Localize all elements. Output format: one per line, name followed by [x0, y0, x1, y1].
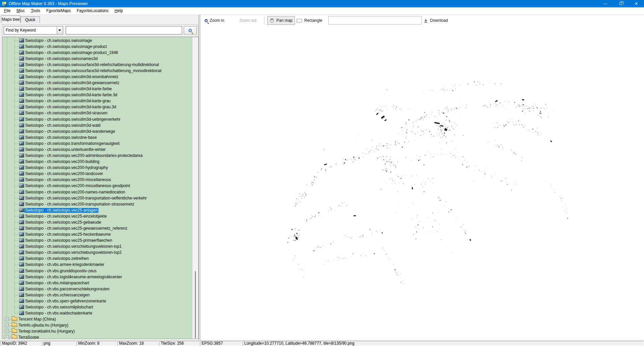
tree-item[interactable]: Swisstopo - ch.vbs.waldschadenkarte: [2, 310, 190, 316]
download-label: Download: [430, 18, 448, 23]
pan-map-button[interactable]: Pan map: [267, 16, 295, 25]
keyword-input[interactable]: [66, 26, 182, 35]
tree-item[interactable]: Swisstopo - ch.vbs.panzerverschiebungsro…: [2, 286, 190, 292]
tree-item[interactable]: Swisstopo - ch.swisstopo.vec25-gebaeude: [2, 219, 190, 225]
tree-item[interactable]: Swisstopo - ch.swisstopo.vec200-transpor…: [2, 195, 190, 201]
tree-item[interactable]: Swisstopo - ch.swisstopo.verschiebungsve…: [2, 249, 190, 255]
tree-connector: [15, 240, 19, 241]
expand-plus-icon[interactable]: +: [5, 323, 9, 327]
tab-quick-goto[interactable]: Quick goto: [20, 16, 40, 23]
tree-item[interactable]: Swisstopo - ch.swisstopo.vec200-building: [2, 159, 190, 165]
tree-item[interactable]: Swisstopo - ch.swisstopo.swisssurface3d-…: [2, 62, 190, 68]
tree-item[interactable]: Swisstopo - ch.swisstopo.vec200-miscella…: [2, 183, 190, 189]
folder-icon: [12, 323, 17, 327]
tree-item[interactable]: Swisstopo - ch.swisstopo.swisstne-base: [2, 134, 190, 140]
tree-item[interactable]: Swisstopo - ch.swisstopo.swissnames3d: [2, 56, 190, 62]
tree-item[interactable]: Swisstopo - ch.swisstopo.vec200-hydrogra…: [2, 165, 190, 171]
close-icon: ✕: [635, 2, 638, 6]
search-button[interactable]: [184, 26, 197, 35]
tree-connector: [15, 125, 19, 126]
tree-item[interactable]: Swisstopo - ch.swisstopo.transformations…: [2, 140, 190, 147]
tree-item[interactable]: Swisstopo - ch.swisstopo.vec25-primaerfl…: [2, 237, 190, 243]
rectangle-button[interactable]: Rectangle: [297, 16, 322, 25]
tree-item-label: Swisstopo - ch.swisstopo.swissimage-prod…: [24, 44, 108, 49]
tree-item[interactable]: Swisstopo - ch.vbs.armee-kriegsdenkmaele…: [2, 262, 190, 268]
tree-root-folder[interactable]: +TerraScope: [2, 334, 190, 339]
tree-item[interactable]: Swisstopo - ch.swisstopo.verschiebungsve…: [2, 243, 190, 249]
map-layer-icon: [19, 183, 24, 188]
status-panel: MinZoom: 8: [76, 341, 117, 346]
tree-item[interactable]: Swisstopo - ch.swisstopo.swisssurface3d-…: [2, 68, 190, 74]
tree-item[interactable]: Swisstopo - ch.swisstopo.vec25-heckenbae…: [2, 231, 190, 237]
menu-tools[interactable]: Tools: [28, 7, 43, 15]
tree-item[interactable]: Swisstopo - ch.swisstopo.swissimage-prod…: [2, 44, 190, 50]
map-layer-icon: [19, 208, 24, 212]
map-layer-icon: [19, 56, 24, 61]
tab-maps-tree[interactable]: Maps tree: [1, 15, 20, 23]
tree-connector: [15, 89, 19, 89]
tree-item[interactable]: Swisstopo - ch.swisstopo.swisstlm3d-uebr…: [2, 116, 190, 122]
map-layer-icon: [19, 220, 24, 224]
combo-dropdown-button[interactable]: [57, 27, 62, 34]
tree-item[interactable]: Swisstopo - ch.swisstopo.swisstlm3d-kart…: [2, 98, 190, 104]
tree-root-folder[interactable]: +Terinfo.ujbuda.hu (Hungary): [2, 322, 190, 328]
menu-favoritemaps[interactable]: FavoriteMaps: [43, 7, 74, 15]
expand-plus-icon[interactable]: +: [5, 335, 9, 339]
minimize-button[interactable]: [598, 0, 613, 7]
tree-item[interactable]: Swisstopo - ch.swisstopo.unterkuenfte-wi…: [2, 147, 190, 153]
minimize-icon: [604, 4, 607, 4]
tree-item[interactable]: Swisstopo - ch.swisstopo.swisstlm3d-wald: [2, 122, 190, 128]
tree-root-folder[interactable]: +Terkep.torokbalint.hu (Hungary): [2, 328, 190, 334]
map-layer-icon: [19, 202, 24, 206]
menu-file[interactable]: File: [1, 7, 13, 15]
tree-item[interactable]: Swisstopo - ch.swisstopo.vec200-landcove…: [2, 171, 190, 177]
download-button[interactable]: Download: [424, 16, 448, 25]
map-layer-icon: [19, 275, 24, 279]
location-input[interactable]: [328, 16, 422, 24]
scrollbar-thumb[interactable]: [195, 271, 196, 338]
tree-item[interactable]: Swisstopo - ch.swisstopo.swisstlm3d-kart…: [2, 86, 190, 92]
map-canvas[interactable]: [200, 25, 644, 340]
tree-item[interactable]: Swisstopo - ch.vbs.schiessanzeigen: [2, 292, 190, 298]
zoom-out-button: Zoom out: [239, 16, 257, 25]
menu-favoritelocations[interactable]: FavoriteLocations: [74, 7, 112, 15]
find-mode-select[interactable]: Find by Keyword: [4, 26, 63, 35]
zoom-in-button[interactable]: Zoom in: [205, 16, 224, 25]
expand-plus-icon[interactable]: +: [5, 329, 9, 333]
tree-item[interactable]: Swisstopo - ch.swisstopo.swissimage-prod…: [2, 50, 190, 56]
tree-item[interactable]: Swisstopo - ch.swisstopo.swisstlm3d-gewa…: [2, 80, 190, 86]
tree-item[interactable]: Swisstopo - ch.swisstopo.vec25-einzelobj…: [2, 213, 190, 219]
tree-item[interactable]: Swisstopo - ch.swisstopo.swisstlm3d-wand…: [2, 128, 190, 134]
tree-item[interactable]: Swisstopo - ch.swisstopo.swissimage: [2, 38, 190, 44]
tree-item[interactable]: Swisstopo - ch.swisstopo.vec200-miscella…: [2, 177, 190, 183]
expand-plus-icon[interactable]: +: [5, 317, 9, 321]
menu-misc[interactable]: Misc: [13, 7, 28, 15]
tree-item[interactable]: Swisstopo - ch.swisstopo.swisstlm3d-kart…: [2, 92, 190, 98]
restore-button[interactable]: [613, 0, 629, 7]
tree-item[interactable]: Swisstopo - ch.swisstopo.vec200-names-na…: [2, 189, 190, 195]
tree-item[interactable]: Swisstopo - ch.vbs.sperr-gefahrenzonenka…: [2, 298, 190, 304]
tree-item[interactable]: Swisstopo - ch.swisstopo.vec200-transpor…: [2, 201, 190, 207]
menu-help[interactable]: Help: [112, 7, 126, 15]
tree-item[interactable]: Swisstopo - ch.swisstopo.swisstlm3d-eise…: [2, 74, 190, 80]
map-layer-icon: [19, 262, 24, 267]
tree-connector: [15, 186, 19, 186]
tree-item[interactable]: Swisstopo - ch.swisstopo.vec25-gewaesser…: [2, 225, 190, 231]
close-button[interactable]: ✕: [629, 0, 644, 7]
tree-item[interactable]: Swisstopo - ch.vbs.logistikraeume-armeel…: [2, 274, 190, 280]
tree-connector: [15, 53, 19, 53]
tree-item-label: Swisstopo - ch.swisstopo.swissnames3d: [24, 56, 99, 61]
tree-item[interactable]: Swisstopo - ch.swisstopo.swisstlm3d-kart…: [2, 104, 190, 110]
tree-item[interactable]: Swisstopo - ch.swisstopo.swisstlm3d-stra…: [2, 110, 190, 116]
left-panel: Maps tree Quick goto Find by Keyword Swi…: [0, 15, 199, 340]
tree-item[interactable]: Swisstopo - ch.vbs.milairspacechart: [2, 280, 190, 286]
tree-item[interactable]: Swisstopo - ch.swisstopo.vec25-anlagen: [2, 207, 190, 213]
tree-item[interactable]: Swisstopo - ch.vbs.swissmilpilotschart: [2, 304, 190, 310]
tree-connector: [15, 83, 19, 83]
tree-root-folder[interactable]: +Tencent Map (China): [2, 316, 190, 322]
tree-item[interactable]: Swisstopo - ch.vbs.grunddispositiv-zeus: [2, 268, 190, 274]
tree-item-label: Swisstopo - ch.swisstopo.vec25-anlagen: [24, 208, 99, 213]
tree-item[interactable]: Swisstopo - ch.swisstopo.vec200-adminbou…: [2, 153, 190, 159]
tree-item[interactable]: Swisstopo - ch.swisstopo.zeitreihen: [2, 255, 190, 262]
tree-scrollbar[interactable]: [192, 37, 198, 339]
